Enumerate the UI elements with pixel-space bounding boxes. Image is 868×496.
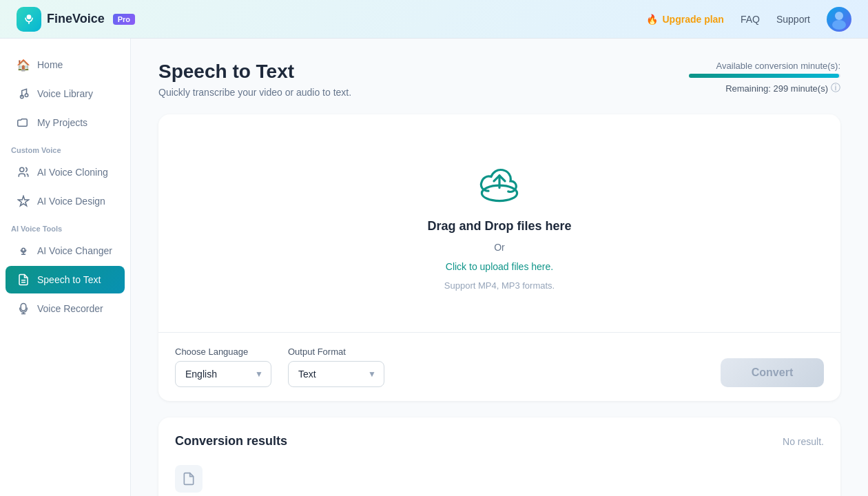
support-button[interactable]: Support xyxy=(776,14,810,25)
page-title: Speech to Text xyxy=(158,61,351,83)
minutes-remaining-label: Remaining: 299 minute(s) ⓘ xyxy=(689,82,840,94)
design-icon xyxy=(17,194,30,208)
or-text: Or xyxy=(494,242,505,253)
sidebar-item-my-projects[interactable]: My Projects xyxy=(6,109,125,136)
results-section: Conversion results No result. xyxy=(158,417,840,496)
home-icon: 🏠 xyxy=(17,58,30,72)
svg-point-7 xyxy=(22,248,25,251)
svg-point-6 xyxy=(20,167,24,172)
svg-point-2 xyxy=(835,12,843,20)
sidebar-item-ai-voice-design[interactable]: AI Voice Design xyxy=(6,187,125,215)
sidebar-item-ai-voice-cloning[interactable]: AI Voice Cloning xyxy=(6,158,125,186)
sidebar-item-home[interactable]: 🏠 Home xyxy=(6,51,125,79)
results-header: Conversion results No result. xyxy=(175,434,824,448)
sidebar-item-speech-to-text[interactable]: Speech to Text xyxy=(6,266,125,293)
svg-point-3 xyxy=(832,20,846,30)
language-select-wrapper: English Spanish French German Chinese Ja… xyxy=(175,361,271,387)
minutes-bar-container xyxy=(689,74,840,78)
music-icon xyxy=(17,87,30,101)
logo: FineVoice Pro xyxy=(17,7,135,32)
info-icon[interactable]: ⓘ xyxy=(831,82,840,94)
faq-button[interactable]: FAQ xyxy=(741,14,760,25)
format-select-wrapper: Text SRT VTT ▼ xyxy=(288,361,384,387)
sidebar-item-ai-voice-changer[interactable]: AI Voice Changer xyxy=(6,237,125,265)
svg-point-0 xyxy=(27,14,32,19)
main-content: Speech to Text Quickly transcribe your v… xyxy=(131,39,868,496)
ai-tools-section-label: AI Voice Tools xyxy=(0,216,130,236)
drag-drop-text: Drag and Drop files here xyxy=(427,219,571,234)
page-title-group: Speech to Text Quickly transcribe your v… xyxy=(158,61,351,98)
changer-icon xyxy=(17,244,30,258)
header-nav: 🔥 Upgrade plan FAQ Support xyxy=(646,7,851,32)
minutes-info: Available conversion minute(s): Remainin… xyxy=(689,61,840,94)
sidebar: 🏠 Home Voice Library My Projects Custom … xyxy=(0,39,131,496)
page-subtitle: Quickly transcribe your video or audio t… xyxy=(158,87,351,98)
recorder-icon xyxy=(17,302,30,316)
click-upload-link[interactable]: Click to upload files here. xyxy=(446,261,553,272)
format-label: Output Format xyxy=(288,347,384,357)
pro-badge: Pro xyxy=(113,14,135,25)
page-header: Speech to Text Quickly transcribe your v… xyxy=(158,61,840,98)
svg-rect-12 xyxy=(21,304,26,311)
logo-text: FineVoice xyxy=(47,12,105,26)
language-select[interactable]: English Spanish French German Chinese Ja… xyxy=(175,361,271,387)
minutes-bar xyxy=(689,74,839,78)
support-formats-text: Support MP4, MP3 formats. xyxy=(444,280,555,291)
upload-card: Drag and Drop files here Or Click to upl… xyxy=(158,114,840,401)
result-icon-placeholder xyxy=(175,465,203,493)
sidebar-item-voice-library[interactable]: Voice Library xyxy=(6,80,125,107)
convert-button[interactable]: Convert xyxy=(721,358,824,387)
format-select[interactable]: Text SRT VTT xyxy=(288,361,384,387)
user-avatar[interactable] xyxy=(827,7,851,32)
fire-icon: 🔥 xyxy=(646,14,658,25)
upgrade-button[interactable]: 🔥 Upgrade plan xyxy=(646,14,723,25)
speech-icon xyxy=(17,273,30,287)
controls-row: Choose Language English Spanish French G… xyxy=(158,333,840,401)
app-header: FineVoice Pro 🔥 Upgrade plan FAQ Support xyxy=(0,0,868,39)
results-title: Conversion results xyxy=(175,434,287,448)
results-placeholder xyxy=(175,459,824,496)
minutes-available-label: Available conversion minute(s): xyxy=(689,61,840,71)
custom-voice-section-label: Custom Voice xyxy=(0,138,130,157)
sidebar-item-voice-recorder[interactable]: Voice Recorder xyxy=(6,295,125,322)
upload-cloud-icon xyxy=(472,156,527,211)
upload-zone[interactable]: Drag and Drop files here Or Click to upl… xyxy=(158,114,840,333)
language-label: Choose Language xyxy=(175,347,271,357)
language-control: Choose Language English Spanish French G… xyxy=(175,347,271,387)
logo-icon xyxy=(17,7,41,32)
no-result-text: No result. xyxy=(783,436,824,447)
folder-icon xyxy=(17,116,30,130)
format-control: Output Format Text SRT VTT ▼ xyxy=(288,347,384,387)
svg-point-5 xyxy=(25,94,28,97)
cloning-icon xyxy=(17,165,30,179)
